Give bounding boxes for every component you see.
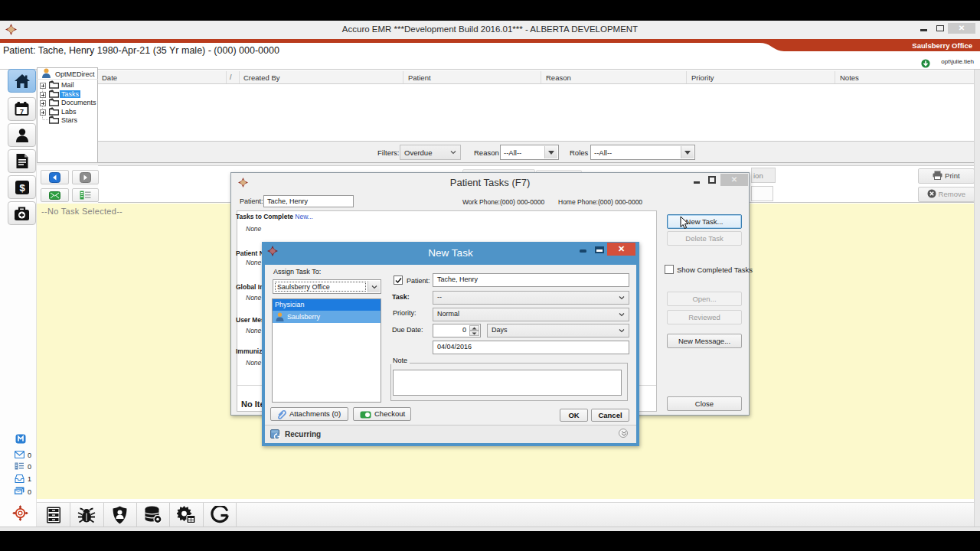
svg-text:$: $ xyxy=(19,182,25,194)
svg-text:7: 7 xyxy=(20,108,24,116)
